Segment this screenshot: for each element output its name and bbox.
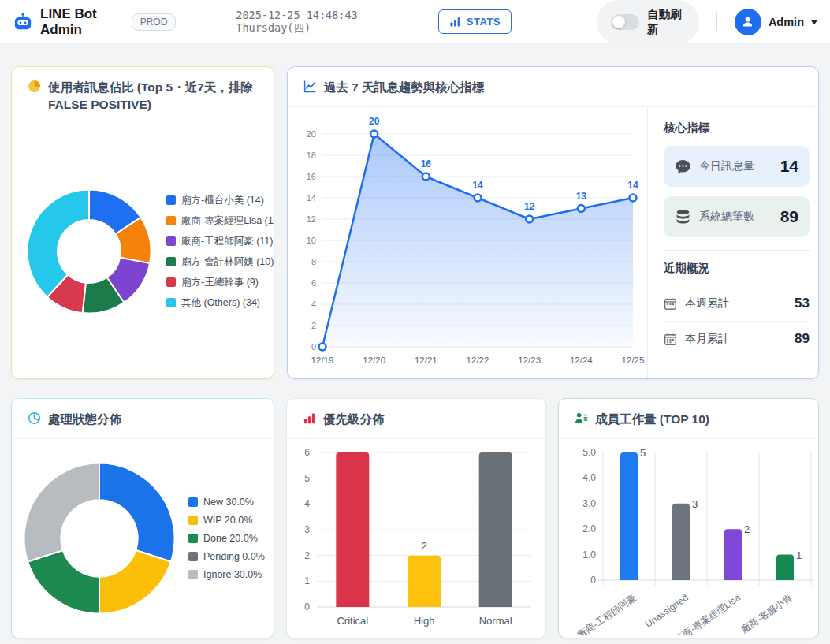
stats-button[interactable]: STATS bbox=[438, 9, 512, 34]
card-member-workload: 成員工作量 (TOP 10) 01.02.03.04.05.05廠商-工程師阿豪… bbox=[558, 398, 819, 638]
chat-dots-icon bbox=[675, 158, 691, 175]
svg-text:10: 10 bbox=[307, 236, 316, 245]
auto-refresh-switch[interactable] bbox=[611, 14, 639, 30]
svg-text:14: 14 bbox=[307, 193, 316, 203]
bar-chart-red-icon bbox=[303, 411, 316, 425]
svg-text:8: 8 bbox=[311, 257, 316, 266]
divider bbox=[664, 250, 810, 251]
metric-label: 本月累計 bbox=[685, 332, 787, 346]
metric-week-total: 本週累計 53 bbox=[664, 286, 810, 321]
card-status-distribution: 處理狀態分佈 New 30.0%WIP 20.0%Done 20.0%Pendi… bbox=[11, 398, 274, 638]
calendar-week-icon bbox=[664, 297, 677, 311]
svg-text:2: 2 bbox=[744, 523, 750, 535]
card-header: 使用者訊息佔比 (Top 5・近7天，排除 FALSE POSITIVE) bbox=[12, 67, 274, 125]
svg-text:12/19: 12/19 bbox=[311, 356, 334, 365]
svg-text:12/25: 12/25 bbox=[622, 356, 645, 365]
legend-item: WIP 20.0% bbox=[188, 515, 265, 526]
legend-item: Pending 0.0% bbox=[188, 551, 265, 562]
legend-label: Ignore 30.0% bbox=[203, 569, 262, 580]
svg-text:4: 4 bbox=[311, 300, 316, 309]
svg-text:Normal: Normal bbox=[479, 615, 512, 627]
svg-text:4.0: 4.0 bbox=[582, 473, 596, 484]
svg-text:0: 0 bbox=[311, 342, 316, 352]
legend-swatch bbox=[166, 257, 176, 266]
svg-text:12/20: 12/20 bbox=[363, 356, 385, 365]
svg-text:16: 16 bbox=[421, 158, 432, 169]
legend-swatch bbox=[188, 552, 198, 561]
top-bar: LINE Bot Admin PROD 2025-12-25 14:48:43 … bbox=[0, 0, 830, 44]
legend-item: 廠商-專案經理Lisa (11) bbox=[166, 214, 274, 228]
svg-text:5.0: 5.0 bbox=[582, 447, 596, 458]
legend-label: 廠商-工程師阿豪 (11) bbox=[181, 235, 273, 248]
clock-timestamp: 2025-12-25 14:48:43 Thursday(四) bbox=[236, 9, 419, 35]
user-share-donut-chart bbox=[26, 188, 152, 315]
metric-label: 系統總筆數 bbox=[699, 210, 772, 224]
svg-text:3.0: 3.0 bbox=[582, 498, 596, 509]
legend-item: Ignore 30.0% bbox=[188, 569, 265, 580]
legend-swatch bbox=[166, 195, 176, 205]
dashboard: 使用者訊息佔比 (Top 5・近7天，排除 FALSE POSITIVE) 廟方… bbox=[0, 44, 830, 644]
legend-item: 廟方-會計林阿姨 (10) bbox=[166, 255, 274, 269]
legend-label: 廟方-王總幹事 (9) bbox=[181, 276, 259, 289]
bar-chart-blue-icon bbox=[449, 16, 461, 28]
env-badge: PROD bbox=[132, 13, 177, 31]
card-body: 01.02.03.04.05.05廠商-工程師阿豪3Unassigned2廠商-… bbox=[559, 439, 818, 638]
card-body: New 30.0%WIP 20.0%Done 20.0%Pending 0.0%… bbox=[12, 439, 274, 638]
svg-text:4: 4 bbox=[304, 499, 310, 510]
svg-text:1.0: 1.0 bbox=[582, 549, 596, 560]
card-title: 優先級分佈 bbox=[323, 411, 385, 428]
card-trend-metrics: 過去 7 天訊息趨勢與核心指標 0246810121416182012/1912… bbox=[287, 66, 819, 379]
person-lines-green-icon bbox=[575, 411, 588, 425]
legend-label: Done 20.0% bbox=[203, 533, 258, 544]
legend-swatch bbox=[188, 534, 198, 543]
card-title: 過去 7 天訊息趨勢與核心指標 bbox=[324, 79, 484, 96]
card-header: 處理狀態分佈 bbox=[12, 399, 274, 439]
legend-label: Pending 0.0% bbox=[203, 551, 265, 562]
legend-label: 其他 (Others) (34) bbox=[181, 296, 260, 310]
svg-text:5: 5 bbox=[304, 473, 310, 484]
metric-value: 14 bbox=[780, 157, 798, 176]
svg-text:20: 20 bbox=[307, 129, 316, 139]
svg-text:12/21: 12/21 bbox=[415, 356, 437, 365]
legend-item: 廟方-櫃台小美 (14) bbox=[166, 194, 274, 207]
svg-text:5: 5 bbox=[640, 447, 646, 459]
svg-text:1: 1 bbox=[304, 576, 310, 587]
user-name: Admin bbox=[769, 16, 804, 28]
app-title: LINE Bot Admin bbox=[40, 6, 125, 38]
legend-label: 廟方-櫃台小美 (14) bbox=[181, 194, 264, 207]
svg-text:12/22: 12/22 bbox=[467, 356, 489, 365]
recent-overview-title: 近期概況 bbox=[664, 261, 810, 276]
svg-text:12: 12 bbox=[524, 201, 535, 212]
svg-text:0: 0 bbox=[304, 601, 310, 612]
svg-text:Unassigned: Unassigned bbox=[642, 592, 690, 630]
auto-refresh-toggle-group[interactable]: 自動刷新 bbox=[597, 0, 699, 44]
user-menu[interactable]: Admin bbox=[735, 9, 817, 35]
svg-text:2: 2 bbox=[421, 540, 426, 552]
legend-item: New 30.0% bbox=[188, 497, 265, 508]
legend-swatch bbox=[166, 236, 176, 246]
user-share-legend: 廟方-櫃台小美 (14)廠商-專案經理Lisa (11)廠商-工程師阿豪 (11… bbox=[166, 187, 274, 317]
legend-label: WIP 20.0% bbox=[203, 515, 252, 526]
svg-text:0: 0 bbox=[590, 575, 596, 586]
line-chart-icon bbox=[303, 80, 317, 93]
divider bbox=[716, 13, 717, 31]
legend-label: 廠商-專案經理Lisa (11) bbox=[181, 214, 274, 228]
card-body: 0246810121416182012/1912/2012/2112/2212/… bbox=[288, 107, 818, 378]
priority-bar-chart: 0123456Critical2HighNormal bbox=[293, 443, 539, 634]
metric-value: 89 bbox=[795, 331, 810, 347]
card-title: 處理狀態分佈 bbox=[48, 411, 121, 428]
card-header: 優先級分佈 bbox=[287, 399, 545, 439]
svg-text:12: 12 bbox=[307, 214, 316, 224]
svg-text:3: 3 bbox=[304, 524, 310, 535]
metric-label: 今日訊息量 bbox=[699, 159, 772, 173]
svg-text:14: 14 bbox=[472, 180, 483, 191]
core-metrics-title: 核心指標 bbox=[664, 121, 810, 136]
card-user-message-share: 使用者訊息佔比 (Top 5・近7天，排除 FALSE POSITIVE) 廟方… bbox=[11, 66, 274, 379]
metric-total-records: 系統總筆數 89 bbox=[664, 196, 810, 237]
svg-text:12/23: 12/23 bbox=[518, 356, 541, 365]
status-donut-chart bbox=[23, 462, 176, 615]
svg-text:Critical: Critical bbox=[337, 615, 368, 627]
legend-item: Done 20.0% bbox=[188, 533, 265, 544]
card-title: 成員工作量 (TOP 10) bbox=[595, 411, 709, 428]
metric-value: 53 bbox=[795, 296, 810, 311]
